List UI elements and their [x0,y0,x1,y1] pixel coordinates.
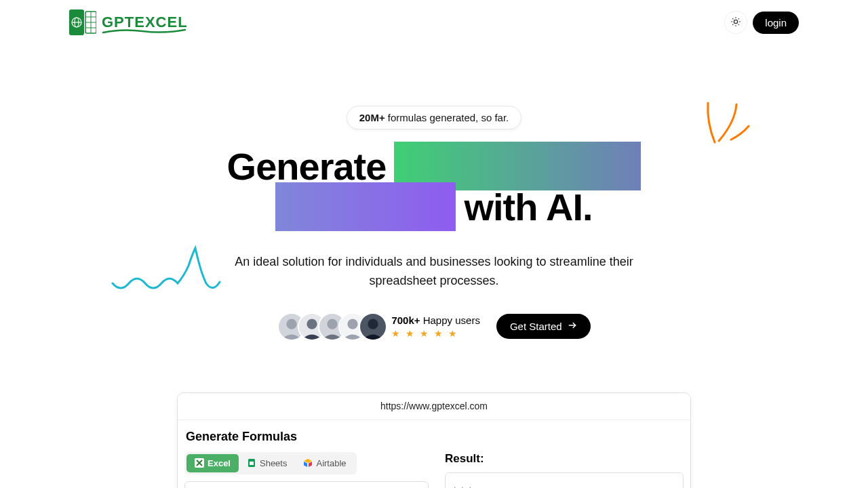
get-started-button[interactable]: Get Started [496,314,591,339]
user-count: 700k+ [391,314,420,326]
avatar [359,312,387,341]
generate-formulas-title: Generate Formulas [184,430,684,444]
result-label: Result: [445,452,684,466]
svg-line-16 [733,24,734,24]
result-output: . . . [445,472,684,488]
formula-input[interactable] [184,481,429,488]
avatar-stack [277,312,387,341]
platform-tabs: Excel Sheets Airtable [184,452,357,474]
brand-underline [102,27,186,37]
hero-subline: An ideal solution for individuals and bu… [231,253,637,291]
svg-line-12 [733,18,734,19]
svg-line-17 [738,18,739,19]
browser-url-bar: https://www.gptexcel.com [178,393,690,420]
headline-word-1: Generate [227,144,387,188]
arrow-right-icon [568,321,577,332]
svg-rect-31 [250,462,254,465]
tab-sheets[interactable]: Sheets [239,454,295,472]
social-proof: 700k+ Happy users ★ ★ ★ ★ ★ [277,312,480,341]
svg-point-27 [368,319,378,329]
tab-airtable[interactable]: Airtable [295,454,354,472]
user-count-label: Happy users [420,314,480,326]
rating-stars: ★ ★ ★ ★ ★ [391,328,480,339]
sun-icon [730,16,741,29]
svg-point-9 [734,20,738,23]
excel-icon [195,458,204,468]
stats-badge: 20M+ formulas generated, so far. [347,106,522,129]
svg-line-13 [738,24,739,24]
tab-excel[interactable]: Excel [186,454,239,472]
airtable-icon [303,458,313,468]
svg-point-19 [287,319,297,329]
svg-point-21 [307,319,317,329]
decoration-orange-squiggle [701,102,750,150]
svg-point-25 [348,319,358,329]
headline-highlight-2 [275,182,456,231]
decoration-blue-squiggle [111,245,222,306]
headline-word-2: with AI. [464,185,592,229]
browser-mockup: https://www.gptexcel.com Generate Formul… [177,392,691,488]
login-button[interactable]: login [753,12,799,34]
hero-headline: Generate with AI. [0,142,868,231]
sheets-icon [247,458,256,468]
logo-icon [69,9,96,35]
svg-point-23 [328,319,338,329]
svg-marker-33 [304,462,307,467]
svg-marker-34 [309,462,312,467]
theme-toggle[interactable] [724,11,747,34]
